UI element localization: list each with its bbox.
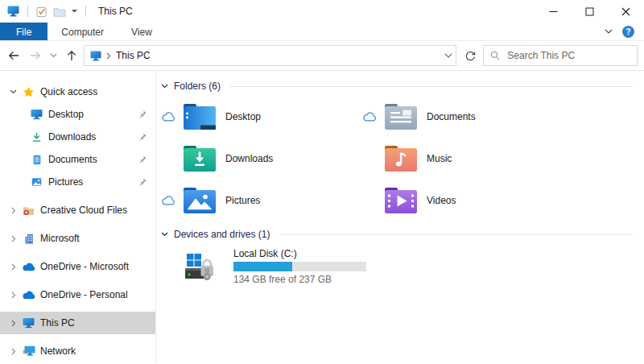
title-bar: This PC: [0, 0, 644, 23]
sidebar-item-label: Quick access: [40, 86, 97, 97]
minimize-button[interactable]: [535, 0, 572, 23]
tab-computer[interactable]: Computer: [47, 23, 118, 40]
ribbon-tab-row: File Computer View ?: [0, 23, 644, 41]
tile-documents[interactable]: Documents: [362, 96, 564, 138]
local-disk-bitlocker-icon: [184, 250, 216, 283]
star-icon: [22, 86, 35, 98]
tile-local-disk-c[interactable]: Local Disk (C:) 134 GB free of 237 GB: [161, 244, 633, 289]
sidebar-item-this-pc[interactable]: This PC: [0, 312, 155, 334]
pin-icon[interactable]: [138, 177, 147, 187]
this-pc-icon: [7, 6, 19, 17]
tile-pictures[interactable]: Pictures: [161, 180, 362, 221]
group-header-devices: Devices and drives (1): [161, 229, 633, 240]
sidebar-item-label: Pictures: [48, 176, 83, 188]
pictures-icon: [30, 176, 43, 188]
chevron-down-icon[interactable]: [161, 84, 168, 89]
pin-icon[interactable]: [138, 110, 147, 119]
sidebar-item-desktop[interactable]: Desktop: [0, 103, 155, 126]
customize-qat-caret-icon[interactable]: [72, 10, 77, 13]
chevron-right-icon[interactable]: [8, 292, 19, 299]
sidebar-item-label: Network: [40, 345, 76, 357]
tile-label: Pictures: [225, 195, 260, 206]
tile-label: Desktop: [225, 111, 261, 122]
disk-usage-bar: [233, 262, 366, 271]
onedrive-icon: [22, 263, 35, 271]
recent-locations-chevron-icon: [50, 53, 57, 58]
breadcrumb-chevron-icon[interactable]: [106, 52, 111, 60]
tile-label: Downloads: [225, 153, 273, 164]
desktop-folder-icon: [184, 103, 216, 130]
group-rule: [230, 86, 633, 87]
breadcrumb[interactable]: This PC: [116, 50, 151, 61]
drive-name: Local Disk (C:): [233, 248, 366, 259]
chevron-right-icon[interactable]: [8, 207, 19, 214]
group-header-folders: Folders (6): [161, 81, 633, 92]
window-controls: [535, 0, 644, 23]
tile-music[interactable]: Music: [362, 138, 564, 180]
window-title: This PC: [98, 6, 133, 17]
document-icon: [30, 154, 43, 166]
sidebar-item-quick-access[interactable]: Quick access: [0, 81, 155, 103]
search-box[interactable]: [483, 45, 638, 66]
chevron-right-icon[interactable]: [8, 320, 19, 327]
file-list-pane: Folders (6) Desktop Documents Downloads: [156, 71, 644, 363]
cloud-status-icon: [162, 112, 175, 122]
tab-view[interactable]: View: [118, 23, 166, 40]
sidebar-item-downloads[interactable]: Downloads: [0, 126, 155, 148]
address-bar[interactable]: This PC: [84, 45, 456, 66]
navigation-pane: Quick access Desktop Downloads Documents…: [0, 71, 156, 363]
pictures-folder-icon: [184, 187, 216, 214]
folders-grid: Desktop Documents Downloads Music Pi: [161, 96, 633, 221]
sidebar-item-label: Downloads: [48, 131, 96, 143]
close-button[interactable]: [608, 0, 644, 23]
sidebar-item-onedrive-personal[interactable]: OneDrive - Personal: [0, 283, 155, 306]
recent-locations-button[interactable]: [47, 45, 60, 66]
chevron-right-icon[interactable]: [8, 263, 19, 271]
help-icon[interactable]: ?: [622, 26, 634, 38]
properties-icon[interactable]: [36, 6, 47, 17]
cloud-status-icon: [162, 196, 175, 205]
sidebar-item-network[interactable]: Network: [0, 340, 155, 362]
sidebar-item-label: OneDrive - Microsoft: [40, 261, 129, 272]
sidebar-item-onedrive-microsoft[interactable]: OneDrive - Microsoft: [0, 255, 155, 278]
up-button[interactable]: [61, 45, 82, 66]
pin-icon[interactable]: [138, 132, 147, 142]
navigation-bar: This PC: [0, 41, 644, 71]
back-icon: [7, 49, 20, 62]
sidebar-item-label: Microsoft: [40, 233, 80, 244]
building-icon: [22, 233, 35, 245]
disk-usage-fill: [233, 262, 292, 271]
pin-icon[interactable]: [138, 155, 147, 164]
tile-label: Music: [427, 153, 452, 164]
refresh-button[interactable]: [458, 45, 482, 66]
maximize-button[interactable]: [572, 0, 608, 23]
tile-desktop[interactable]: Desktop: [161, 96, 362, 138]
sidebar-item-creative-cloud-files[interactable]: Creative Cloud Files: [0, 199, 155, 221]
back-button[interactable]: [3, 45, 24, 66]
this-pc-icon: [90, 51, 101, 61]
cloud-status-icon: [363, 112, 377, 122]
chevron-down-icon[interactable]: [161, 232, 168, 237]
creative-cloud-icon: [22, 205, 35, 216]
videos-folder-icon: [385, 187, 417, 214]
tab-file[interactable]: File: [0, 23, 47, 40]
chevron-right-icon[interactable]: [8, 348, 19, 355]
sidebar-item-microsoft[interactable]: Microsoft: [0, 227, 155, 250]
chevron-right-icon[interactable]: [8, 235, 19, 242]
chevron-down-icon[interactable]: [8, 89, 19, 94]
tile-label: Videos: [427, 195, 456, 206]
tile-downloads[interactable]: Downloads: [161, 138, 362, 180]
sidebar-item-label: OneDrive - Personal: [40, 289, 128, 300]
collapse-ribbon-chevron-icon[interactable]: [605, 29, 613, 34]
new-folder-icon[interactable]: [53, 6, 66, 17]
sidebar-item-pictures[interactable]: Pictures: [0, 171, 155, 193]
refresh-icon: [464, 50, 477, 62]
tile-videos[interactable]: Videos: [362, 180, 564, 221]
onedrive-icon: [22, 291, 35, 300]
sidebar-item-label: Creative Cloud Files: [40, 205, 127, 216]
sidebar-item-documents[interactable]: Documents: [0, 148, 155, 171]
address-dropdown-chevron-icon[interactable]: [444, 53, 452, 58]
forward-button[interactable]: [25, 45, 46, 66]
desktop-icon: [30, 109, 43, 120]
search-input[interactable]: [507, 50, 630, 61]
